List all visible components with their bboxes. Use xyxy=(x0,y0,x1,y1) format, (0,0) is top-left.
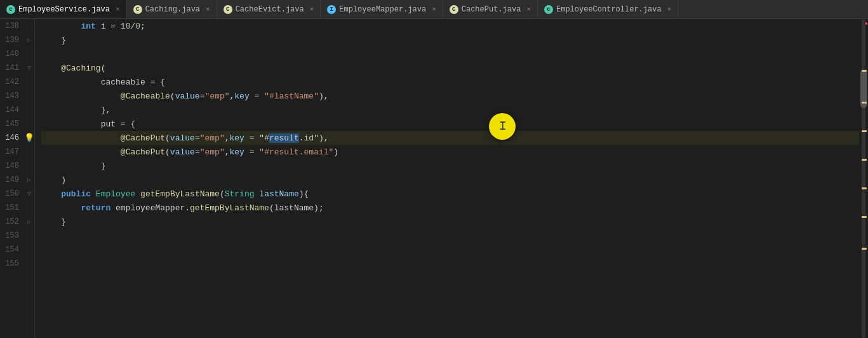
line-num-155: 155 xyxy=(0,259,24,268)
gutter-row-153: 153 xyxy=(0,229,34,243)
tab-caching[interactable]: C Caching.java × xyxy=(127,0,217,19)
close-147: ) xyxy=(333,147,338,157)
annotation-caching: @Caching xyxy=(61,64,100,73)
param-value-143: value xyxy=(175,91,200,101)
fold-arrow-150[interactable]: ▽ xyxy=(24,190,34,198)
code-line-155 xyxy=(41,257,859,271)
scroll-marker-3 xyxy=(862,130,867,132)
brace-148: } xyxy=(101,161,106,171)
kw-return-151: return xyxy=(81,203,110,213)
tab-employeemapper[interactable]: I EmployeeMapper.java × xyxy=(321,0,443,19)
tab-icon-6: c xyxy=(544,5,553,14)
eq-147: = xyxy=(195,147,200,157)
gutter-row-145: 145 xyxy=(0,117,34,131)
line-num-139: 139 xyxy=(0,36,24,44)
gutter-row-143: 143 xyxy=(0,89,34,103)
tab-employeecontroller[interactable]: c EmployeeController.java × xyxy=(538,0,678,19)
code-content[interactable]: int i = 10/0; } @Caching( cacheable = { … xyxy=(35,19,859,338)
indent-147 xyxy=(41,147,121,157)
param-key-146: key xyxy=(230,133,244,143)
line-num-146: 146 xyxy=(0,133,24,142)
eq2-143: = xyxy=(250,91,264,101)
sp-151: employeeMapper. xyxy=(110,203,190,213)
line-num-151: 151 xyxy=(0,203,24,212)
tab-close-4[interactable]: × xyxy=(432,6,436,13)
cacheput-ann-146: @CachePut xyxy=(121,133,165,143)
str-emp-146: "emp" xyxy=(200,133,225,143)
scroll-marker-6 xyxy=(862,216,867,218)
tab-close-5[interactable]: × xyxy=(526,6,531,13)
tab-close-6[interactable]: × xyxy=(667,6,672,13)
gutter-row-144: 144 xyxy=(0,103,34,117)
param-lastName-150: lastName xyxy=(259,189,298,199)
empty-155 xyxy=(41,259,46,269)
paren-141: ( xyxy=(101,64,106,73)
cacheable-142: cacheable = { xyxy=(101,78,165,87)
code-138-b: i = xyxy=(96,22,121,31)
gutter-row-140: 140 xyxy=(0,47,34,61)
tab-close-1[interactable]: × xyxy=(116,6,120,13)
tab-label-3: CacheEvict.java xyxy=(236,5,304,14)
close-143: ), xyxy=(319,91,329,101)
gutter-row-138: 138 xyxy=(0,19,34,33)
tab-cacheevict[interactable]: C CacheEvict.java × xyxy=(217,0,321,19)
indent-151 xyxy=(41,203,81,213)
scroll-marker-2 xyxy=(862,102,867,104)
paren-147: ( xyxy=(165,147,170,157)
tab-employee-service[interactable]: c EmployeeService.java × xyxy=(0,0,127,19)
indent-143 xyxy=(41,91,121,101)
indent-148 xyxy=(41,161,101,171)
method-151: getEmpByLastName xyxy=(190,203,269,213)
bulb-icon-146[interactable]: 💡 xyxy=(24,133,34,143)
indent-149 xyxy=(41,175,61,185)
sp-150b xyxy=(135,189,140,199)
paren-146: ( xyxy=(165,133,170,143)
code-line-141: @Caching( xyxy=(41,61,859,75)
param-value-147: value xyxy=(170,147,195,157)
code-138-num: 10 xyxy=(121,22,131,31)
str-start-146: "# xyxy=(259,133,269,143)
cacheable-ann-143: @Cacheable xyxy=(121,91,170,101)
tab-close-2[interactable]: × xyxy=(206,6,210,13)
gutter-row-146: 146 💡 xyxy=(0,131,34,145)
code-138-semi: ; xyxy=(140,22,145,31)
str-key-143: "#lastName" xyxy=(264,91,319,101)
fold-arrow-139[interactable]: ▷ xyxy=(24,36,34,44)
tab-icon-4: I xyxy=(327,5,336,14)
code-138-op: / xyxy=(130,22,135,31)
code-144: }, xyxy=(101,105,111,115)
fold-arrow-152[interactable]: ▷ xyxy=(24,218,34,226)
code-line-143: @Cacheable(value="emp",key = "#lastName"… xyxy=(41,89,859,103)
fold-arrow-141[interactable]: ▽ xyxy=(24,64,34,72)
scroll-marker-7 xyxy=(862,248,867,250)
str-end-146: .id"), xyxy=(299,133,329,143)
line-num-154: 154 xyxy=(0,245,24,254)
paren-143: ( xyxy=(170,91,175,101)
tab-cacheput[interactable]: C CachePut.java × xyxy=(443,0,538,19)
fold-arrow-149[interactable]: ▷ xyxy=(24,176,34,184)
tooltip-cursor-circle[interactable]: 𝙸 xyxy=(489,113,516,140)
line-num-150: 150 xyxy=(0,189,24,198)
str-emp-143: "emp" xyxy=(204,91,229,101)
line-num-153: 153 xyxy=(0,231,24,240)
indent-141 xyxy=(41,64,61,73)
gutter-row-151: 151 xyxy=(0,201,34,215)
brace-152: } xyxy=(61,217,66,227)
str-key-147: "#result.email" xyxy=(259,147,333,157)
type-string-150: String xyxy=(225,189,255,199)
kw-int: int xyxy=(81,22,95,31)
code-line-149: ) xyxy=(41,173,859,187)
sp-150a xyxy=(91,189,96,199)
indent-144 xyxy=(41,105,101,115)
line-num-147: 147 xyxy=(0,147,24,156)
tab-close-3[interactable]: × xyxy=(310,6,314,13)
vertical-scrollbar[interactable] xyxy=(859,19,868,338)
param-key-143: key xyxy=(234,91,249,101)
line-num-142: 142 xyxy=(0,78,24,86)
code-line-139: } xyxy=(41,33,859,47)
close-150: ){ xyxy=(299,189,309,199)
param-value-146: value xyxy=(170,133,195,143)
line-gutter: 138 139 ▷ 140 141 ▽ 142 143 144 xyxy=(0,19,35,338)
comma-147: , xyxy=(225,147,230,157)
line-num-140: 140 xyxy=(0,50,24,58)
